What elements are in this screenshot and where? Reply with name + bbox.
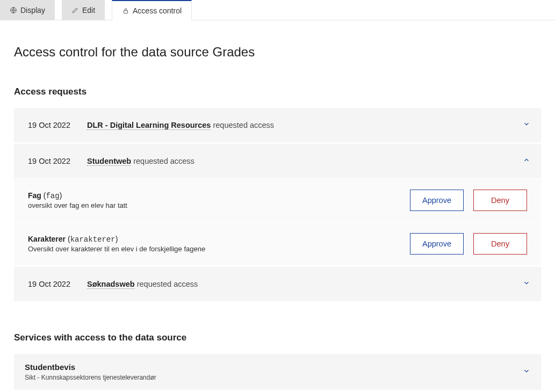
- request-item-title: Karakterer (karakterer): [28, 235, 205, 244]
- svg-rect-1: [124, 10, 128, 13]
- request-date: 19 Oct 2022: [28, 280, 87, 288]
- request-date: 19 Oct 2022: [28, 157, 87, 165]
- deny-button[interactable]: Deny: [473, 190, 527, 211]
- access-request-panel: 19 Oct 2022 Studentweb requested access …: [14, 144, 541, 265]
- globe-icon: [10, 6, 17, 14]
- access-request-toggle[interactable]: 19 Oct 2022 Studentweb requested access: [14, 144, 541, 178]
- request-text: Søknadsweb requested access: [87, 280, 198, 288]
- service-panel[interactable]: Studentbevis Sikt - Kunnskapssektorens t…: [14, 354, 541, 390]
- tab-edit[interactable]: Edit: [62, 0, 105, 20]
- request-text: Studentweb requested access: [87, 157, 194, 165]
- request-item-desc: oversikt over fag en elev har tatt: [28, 201, 127, 209]
- requested-access-suffix: requested access: [131, 157, 194, 165]
- requester-link[interactable]: DLR - Digital Learning Resources: [87, 121, 211, 130]
- tab-separator: [105, 0, 112, 20]
- requested-access-suffix: requested access: [211, 121, 274, 129]
- request-item-title: Fag (fag): [28, 191, 127, 200]
- request-item-desc: Oversikt over karakterer til en elev i d…: [28, 245, 205, 253]
- request-item-row: Fag (fag) oversikt over fag en elev har …: [14, 178, 541, 222]
- requester-link[interactable]: Studentweb: [87, 157, 131, 166]
- request-text: DLR - Digital Learning Resources request…: [87, 121, 274, 129]
- tab-bar: Display Edit Access control: [0, 0, 555, 20]
- access-request-panel: 19 Oct 2022 DLR - Digital Learning Resou…: [14, 108, 541, 142]
- requests-section-title: Access requests: [14, 86, 541, 97]
- request-item-row: Karakterer (karakterer) Oversikt over ka…: [14, 222, 541, 265]
- tab-separator: [55, 0, 62, 20]
- approve-button[interactable]: Approve: [410, 190, 464, 211]
- chevron-down-icon: [523, 279, 530, 289]
- services-section-title: Services with access to the data source: [14, 332, 541, 343]
- chevron-up-icon: [523, 156, 530, 166]
- tab-access-control-label: Access control: [133, 6, 182, 15]
- tab-access-control[interactable]: Access control: [112, 0, 192, 20]
- requested-access-suffix: requested access: [135, 280, 198, 288]
- service-name: Studentbevis: [25, 362, 156, 372]
- approve-button[interactable]: Approve: [410, 233, 464, 255]
- page-title: Access control for the data source Grade…: [14, 45, 541, 60]
- deny-button[interactable]: Deny: [473, 233, 527, 255]
- chevron-down-icon: [523, 367, 530, 376]
- access-request-toggle[interactable]: 19 Oct 2022 DLR - Digital Learning Resou…: [14, 108, 541, 142]
- pencil-icon: [71, 6, 79, 14]
- access-request-toggle[interactable]: 19 Oct 2022 Søknadsweb requested access: [14, 267, 541, 301]
- request-date: 19 Oct 2022: [28, 121, 87, 129]
- chevron-down-icon: [523, 120, 530, 130]
- service-provider: Sikt - Kunnskapssektorens tjenestelevera…: [25, 374, 156, 381]
- tab-display-label: Display: [20, 6, 45, 14]
- tab-edit-label: Edit: [82, 6, 95, 14]
- access-request-panel: 19 Oct 2022 Søknadsweb requested access: [14, 267, 541, 301]
- lock-icon: [122, 7, 129, 14]
- requester-link[interactable]: Søknadsweb: [87, 280, 135, 289]
- tab-display[interactable]: Display: [0, 0, 55, 20]
